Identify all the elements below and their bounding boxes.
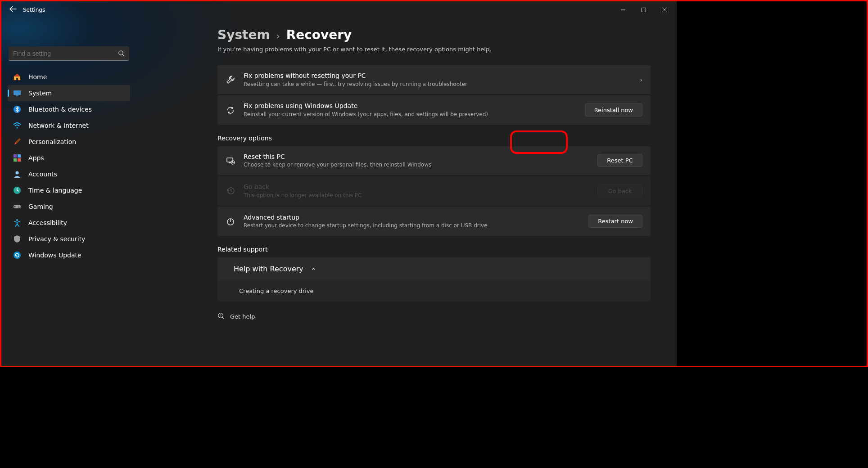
svg-rect-2 bbox=[14, 90, 21, 95]
content-area: System › Recovery If you're having probl… bbox=[136, 18, 677, 366]
home-icon bbox=[13, 73, 21, 81]
chevron-right-icon: › bbox=[276, 31, 280, 41]
card-subtitle: Choose to keep or remove your personal f… bbox=[244, 161, 589, 169]
sidebar-item-accounts[interactable]: Accounts bbox=[8, 166, 130, 182]
intro-text: If you're having problems with your PC o… bbox=[217, 46, 651, 53]
sidebar-item-label: Accessibility bbox=[28, 219, 67, 226]
card-fix-windows-update: Fix problems using Windows Update Reinst… bbox=[217, 95, 651, 124]
chevron-up-icon: › bbox=[308, 267, 317, 270]
sidebar-item-label: Time & language bbox=[28, 187, 82, 194]
svg-rect-9 bbox=[18, 158, 21, 162]
svg-rect-6 bbox=[14, 154, 17, 158]
sidebar-item-label: Personalization bbox=[28, 138, 76, 145]
sidebar-item-label: Bluetooth & devices bbox=[28, 106, 92, 113]
svg-point-14 bbox=[18, 207, 19, 208]
svg-point-16 bbox=[14, 252, 21, 259]
breadcrumb: System › Recovery bbox=[217, 27, 651, 42]
svg-rect-7 bbox=[18, 154, 21, 158]
sidebar-item-bluetooth[interactable]: Bluetooth & devices bbox=[8, 101, 130, 117]
svg-point-10 bbox=[16, 171, 19, 175]
maximize-button[interactable] bbox=[633, 3, 654, 17]
update-icon bbox=[13, 251, 21, 259]
accounts-icon bbox=[13, 170, 21, 178]
reset-pc-icon bbox=[226, 156, 235, 166]
card-title: Fix problems using Windows Update bbox=[244, 102, 577, 111]
svg-point-5 bbox=[17, 127, 18, 129]
card-fix-without-reset[interactable]: Fix problems without resetting your PC R… bbox=[217, 65, 651, 94]
card-subtitle: Restart your device to change startup se… bbox=[244, 222, 580, 230]
apps-icon bbox=[13, 154, 21, 162]
sidebar-item-home[interactable]: Home bbox=[8, 69, 130, 85]
sidebar-item-label: Home bbox=[28, 73, 47, 81]
sidebar-item-label: Privacy & security bbox=[28, 235, 85, 243]
sidebar-item-label: System bbox=[28, 90, 52, 97]
card-title: Fix problems without resetting your PC bbox=[244, 72, 632, 81]
search-box[interactable] bbox=[9, 46, 129, 61]
sidebar-item-label: Accounts bbox=[28, 171, 57, 178]
card-title: Go back bbox=[244, 183, 589, 192]
card-subtitle: Reinstall your current version of Window… bbox=[244, 111, 577, 118]
sidebar-item-label: Network & internet bbox=[28, 122, 89, 129]
section-related-support: Related support bbox=[217, 246, 651, 253]
section-recovery-options: Recovery options bbox=[217, 135, 651, 142]
sidebar-item-time[interactable]: Time & language bbox=[8, 182, 130, 198]
sidebar-item-gaming[interactable]: Gaming bbox=[8, 198, 130, 215]
settings-window: Settings Home System bbox=[1, 1, 677, 366]
help-link-recovery-drive[interactable]: Creating a recovery drive bbox=[217, 280, 651, 302]
search-input[interactable] bbox=[13, 50, 118, 57]
bluetooth-icon bbox=[13, 105, 21, 113]
window-title: Settings bbox=[23, 7, 45, 13]
chevron-right-icon: › bbox=[640, 76, 642, 83]
sidebar-item-label: Windows Update bbox=[28, 252, 81, 259]
sidebar-item-label: Gaming bbox=[28, 203, 53, 210]
gamepad-icon bbox=[13, 202, 21, 211]
card-title: Reset this PC bbox=[244, 153, 589, 162]
help-with-recovery[interactable]: Help with Recovery › bbox=[217, 257, 651, 280]
go-back-button: Go back bbox=[597, 184, 642, 198]
sidebar: Home System Bluetooth & devices Network … bbox=[1, 18, 136, 366]
close-button[interactable] bbox=[654, 3, 675, 17]
reinstall-now-button[interactable]: Reinstall now bbox=[585, 104, 642, 117]
wrench-icon bbox=[226, 75, 235, 85]
svg-point-13 bbox=[18, 206, 19, 207]
help-icon: ? bbox=[217, 312, 225, 321]
svg-rect-17 bbox=[227, 158, 233, 162]
clock-globe-icon bbox=[13, 186, 21, 194]
minimize-button[interactable] bbox=[613, 3, 633, 17]
card-advanced-startup: Advanced startup Restart your device to … bbox=[217, 207, 651, 236]
card-reset-pc: Reset this PC Choose to keep or remove y… bbox=[217, 146, 651, 175]
power-icon bbox=[226, 216, 235, 226]
get-help-label: Get help bbox=[230, 313, 255, 320]
wifi-icon bbox=[13, 122, 21, 130]
sidebar-item-system[interactable]: System bbox=[8, 85, 130, 101]
get-help-link[interactable]: ? Get help bbox=[217, 312, 651, 321]
sidebar-item-accessibility[interactable]: Accessibility bbox=[8, 215, 130, 231]
sidebar-item-privacy[interactable]: Privacy & security bbox=[8, 231, 130, 247]
accessibility-icon bbox=[13, 219, 21, 227]
sidebar-item-network[interactable]: Network & internet bbox=[8, 117, 130, 134]
system-icon bbox=[13, 89, 21, 97]
svg-text:?: ? bbox=[220, 314, 222, 318]
svg-rect-3 bbox=[16, 95, 18, 96]
svg-point-15 bbox=[16, 219, 18, 221]
card-subtitle: Resetting can take a while — first, try … bbox=[244, 81, 632, 88]
titlebar: Settings bbox=[1, 1, 677, 18]
shield-icon bbox=[13, 235, 21, 243]
card-title: Advanced startup bbox=[244, 213, 580, 222]
restart-now-button[interactable]: Restart now bbox=[588, 215, 642, 228]
breadcrumb-parent[interactable]: System bbox=[217, 27, 270, 42]
history-icon bbox=[226, 186, 235, 196]
nav-list: Home System Bluetooth & devices Network … bbox=[8, 69, 130, 263]
svg-rect-0 bbox=[642, 8, 646, 12]
sidebar-item-label: Apps bbox=[28, 154, 44, 162]
brush-icon bbox=[13, 138, 21, 146]
sidebar-item-apps[interactable]: Apps bbox=[8, 150, 130, 166]
card-subtitle: This option is no longer available on th… bbox=[244, 192, 589, 199]
card-go-back: Go back This option is no longer availab… bbox=[217, 176, 651, 205]
sidebar-item-update[interactable]: Windows Update bbox=[8, 247, 130, 263]
reset-pc-button[interactable]: Reset PC bbox=[597, 154, 642, 167]
svg-rect-8 bbox=[14, 158, 17, 162]
back-button[interactable] bbox=[9, 5, 17, 14]
breadcrumb-current: Recovery bbox=[286, 27, 352, 42]
sidebar-item-personalization[interactable]: Personalization bbox=[8, 134, 130, 150]
